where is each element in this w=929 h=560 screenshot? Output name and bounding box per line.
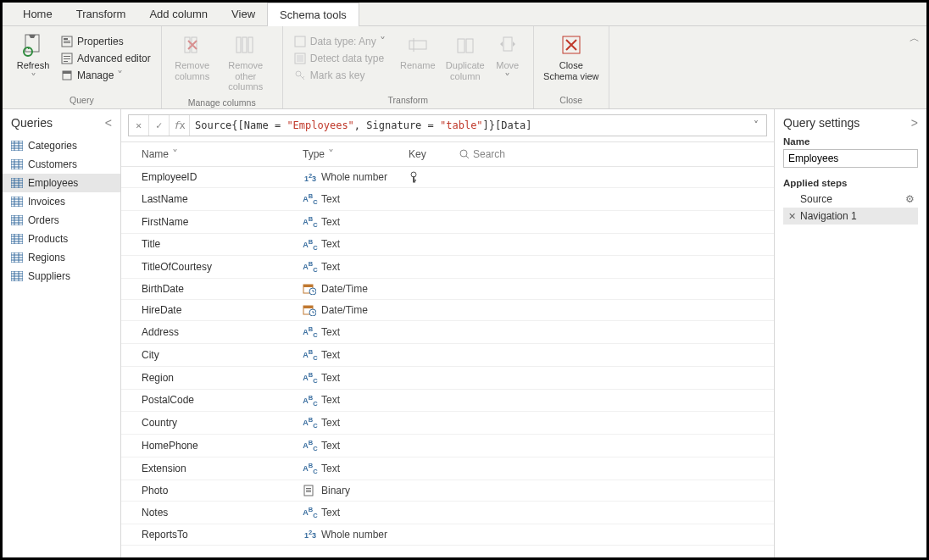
collapse-queries-icon[interactable]: <: [105, 116, 112, 130]
column-header-name[interactable]: Name˅: [142, 147, 303, 161]
detect-data-type-label: Detect data type: [310, 53, 384, 64]
schema-row[interactable]: AddressABCText: [121, 321, 774, 344]
schema-row[interactable]: BirthDateDate/Time: [121, 279, 774, 300]
field-type: Date/Time: [321, 283, 409, 295]
field-type: Text: [321, 349, 409, 361]
svg-rect-88: [306, 488, 311, 489]
schema-row[interactable]: RegionABCText: [121, 367, 774, 390]
mark-as-key-button[interactable]: Mark as key: [290, 67, 389, 84]
formula-text[interactable]: Source{[Name = "Employees", Signature = …: [190, 119, 746, 131]
whole-number-type-icon: 123: [303, 172, 318, 183]
text-type-icon: ABC: [303, 416, 318, 430]
query-item-products[interactable]: Products: [3, 230, 120, 248]
schema-row[interactable]: TitleOfCourtesyABCText: [121, 256, 774, 279]
duplicate-column-button[interactable]: Duplicate column: [442, 30, 489, 85]
close-schema-view-label: Close Schema view: [542, 60, 600, 81]
query-item-customers[interactable]: Customers: [3, 155, 120, 174]
query-settings-header: Query settings >: [783, 116, 918, 130]
grid-rows[interactable]: EmployeeID123Whole numberLastNameABCText…: [121, 167, 774, 557]
schema-row[interactable]: HireDateDate/Time: [121, 300, 774, 321]
refresh-button[interactable]: Refresh ˅: [9, 30, 57, 88]
query-item-orders[interactable]: Orders: [3, 211, 120, 230]
formula-commit-icon[interactable]: ✓: [149, 115, 170, 136]
schema-row[interactable]: ExtensionABCText: [121, 457, 774, 480]
manage-button[interactable]: Manage ˅: [57, 67, 154, 84]
field-name: HomePhone: [142, 440, 303, 452]
query-list: CategoriesCustomersEmployeesInvoicesOrde…: [3, 136, 120, 286]
schema-row[interactable]: NotesABCText: [121, 502, 774, 524]
properties-label: Properties: [77, 36, 124, 47]
rename-button[interactable]: Rename: [394, 30, 442, 75]
duplicate-column-label: Duplicate column: [443, 60, 487, 81]
datetime-type-icon: [303, 283, 316, 295]
formula-bar[interactable]: ✕ ✓ fx Source{[Name = "Employees", Signa…: [128, 114, 767, 136]
tab-view[interactable]: View: [220, 3, 267, 25]
rename-icon: [406, 33, 430, 57]
remove-other-columns-icon: [234, 33, 258, 57]
detect-data-type-button[interactable]: Detect data type: [290, 50, 389, 67]
manage-label: Manage: [77, 69, 114, 81]
table-icon: [11, 215, 23, 225]
manage-icon: [60, 69, 74, 82]
data-type-button[interactable]: Data type: Any ˅: [290, 33, 389, 50]
schema-row[interactable]: EmployeeID123Whole number: [121, 167, 774, 188]
search-icon: [459, 149, 470, 159]
step-label: Source: [800, 193, 832, 205]
close-schema-view-button[interactable]: Close Schema view: [541, 30, 602, 85]
schema-row[interactable]: PostalCodeABCText: [121, 390, 774, 413]
query-name-input[interactable]: [783, 149, 918, 168]
gear-icon[interactable]: ⚙: [905, 193, 915, 205]
field-name: PostalCode: [142, 394, 303, 406]
schema-row[interactable]: ReportsTo123Whole number: [121, 524, 774, 546]
properties-button[interactable]: Properties: [57, 33, 154, 50]
remove-other-columns-button[interactable]: Remove other columns: [216, 30, 275, 96]
schema-row[interactable]: FirstNameABCText: [121, 211, 774, 234]
field-type: Text: [321, 216, 409, 228]
search-input[interactable]: Search: [459, 148, 765, 160]
text-type-icon: ABC: [303, 238, 318, 252]
formula-fx-icon[interactable]: fx: [170, 115, 190, 136]
advanced-editor-label: Advanced editor: [77, 53, 151, 64]
tab-home[interactable]: Home: [11, 3, 64, 25]
svg-rect-7: [64, 56, 70, 57]
delete-step-icon[interactable]: ✕: [787, 211, 797, 222]
properties-icon: [60, 35, 74, 48]
schema-row[interactable]: HomePhoneABCText: [121, 435, 774, 457]
formula-cancel-icon[interactable]: ✕: [129, 115, 149, 136]
schema-row[interactable]: CountryABCText: [121, 412, 774, 435]
group-label-close: Close: [559, 93, 582, 107]
move-button[interactable]: Move ˅: [489, 30, 526, 88]
remove-columns-button[interactable]: Remove columns: [169, 30, 216, 85]
queries-pane: Queries < CategoriesCustomersEmployeesIn…: [3, 109, 121, 557]
query-item-label: Employees: [28, 177, 78, 189]
field-type: Date/Time: [321, 304, 409, 316]
formula-expand-icon[interactable]: ˅: [746, 119, 766, 131]
applied-step[interactable]: ✕Navigation 1: [783, 208, 918, 225]
advanced-editor-button[interactable]: Advanced editor: [57, 50, 154, 67]
query-item-label: Categories: [28, 140, 77, 152]
schema-row[interactable]: CityABCText: [121, 344, 774, 367]
column-header-type[interactable]: Type˅: [303, 147, 409, 161]
key-icon: [293, 69, 307, 82]
query-item-regions[interactable]: Regions: [3, 248, 120, 267]
query-item-invoices[interactable]: Invoices: [3, 192, 120, 211]
query-item-categories[interactable]: Categories: [3, 136, 120, 155]
svg-rect-12: [185, 37, 190, 53]
tab-add-column[interactable]: Add column: [137, 3, 220, 25]
schema-row[interactable]: LastNameABCText: [121, 188, 774, 211]
tab-schema-tools[interactable]: Schema tools: [267, 3, 359, 27]
text-type-icon: ABC: [303, 462, 318, 475]
collapse-settings-icon[interactable]: >: [911, 116, 918, 130]
schema-row[interactable]: PhotoBinary: [121, 480, 774, 502]
query-item-employees[interactable]: Employees: [3, 174, 120, 192]
column-header-key[interactable]: Key: [409, 148, 459, 160]
collapse-ribbon-icon[interactable]: ︿: [910, 31, 920, 46]
applied-step[interactable]: Source⚙: [783, 191, 918, 208]
ribbon-group-query: Refresh ˅ Properties Advanced editor Man…: [3, 26, 162, 108]
svg-rect-24: [466, 39, 473, 53]
schema-row[interactable]: TitleABCText: [121, 234, 774, 257]
tab-transform[interactable]: Transform: [64, 3, 138, 25]
column-header-name-label: Name: [142, 148, 169, 160]
text-type-icon: ABC: [303, 348, 318, 362]
query-item-suppliers[interactable]: Suppliers: [3, 267, 120, 286]
